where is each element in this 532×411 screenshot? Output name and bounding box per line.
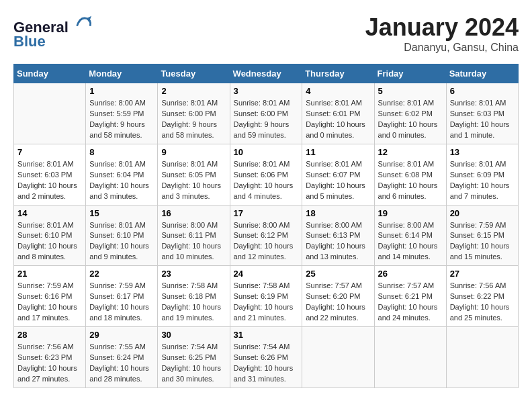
day-number: 22 <box>89 269 154 279</box>
daylight-text: Daylight: 10 hours and 8 minutes. <box>17 242 77 261</box>
sunset-text: Sunset: 6:12 PM <box>234 231 288 239</box>
logo: General Blue <box>13 13 93 50</box>
daylight-text: Daylight: 10 hours and 1 minute. <box>450 120 510 139</box>
daylight-text: Daylight: 10 hours and 4 minutes. <box>234 181 294 200</box>
daylight-text: Daylight: 10 hours and 2 minutes. <box>17 181 77 200</box>
sunrise-text: Sunrise: 8:00 AM <box>89 99 146 107</box>
sunrise-text: Sunrise: 7:59 AM <box>17 281 74 289</box>
calendar-cell: 16Sunrise: 8:00 AMSunset: 6:11 PMDayligh… <box>158 205 230 266</box>
cell-content: Sunrise: 7:59 AMSunset: 6:16 PMDaylight:… <box>17 281 82 324</box>
day-number: 4 <box>306 86 370 96</box>
daylight-text: Daylight: 10 hours and 17 minutes. <box>17 303 77 322</box>
daylight-text: Daylight: 10 hours and 12 minutes. <box>234 242 294 261</box>
day-number: 2 <box>161 86 226 96</box>
sunrise-text: Sunrise: 8:01 AM <box>17 160 74 168</box>
cell-content: Sunrise: 8:01 AMSunset: 6:03 PMDaylight:… <box>450 98 515 141</box>
calendar-cell: 12Sunrise: 8:01 AMSunset: 6:08 PMDayligh… <box>374 144 446 205</box>
daylight-text: Daylight: 10 hours and 10 minutes. <box>161 242 221 261</box>
calendar-cell: 22Sunrise: 7:59 AMSunset: 6:17 PMDayligh… <box>86 266 158 327</box>
cell-content: Sunrise: 8:01 AMSunset: 6:06 PMDaylight:… <box>234 159 299 202</box>
day-number: 16 <box>161 208 226 218</box>
cell-content: Sunrise: 8:01 AMSunset: 6:10 PMDaylight:… <box>89 220 154 263</box>
day-number: 26 <box>378 269 443 279</box>
calendar-cell: 18Sunrise: 8:00 AMSunset: 6:13 PMDayligh… <box>302 205 374 266</box>
calendar-cell: 15Sunrise: 8:01 AMSunset: 6:10 PMDayligh… <box>86 205 158 266</box>
daylight-text: Daylight: 10 hours and 21 minutes. <box>234 303 294 322</box>
sunset-text: Sunset: 6:19 PM <box>234 292 288 300</box>
cell-content: Sunrise: 8:00 AMSunset: 6:13 PMDaylight:… <box>306 220 370 263</box>
title-block: January 2024 Dananyu, Gansu, China <box>365 13 519 54</box>
sunrise-text: Sunrise: 8:01 AM <box>17 221 74 229</box>
cell-content: Sunrise: 7:58 AMSunset: 6:18 PMDaylight:… <box>161 281 226 324</box>
sunset-text: Sunset: 6:03 PM <box>450 109 504 118</box>
calendar-table: SundayMondayTuesdayWednesdayThursdayFrid… <box>13 64 519 388</box>
cell-content: Sunrise: 8:00 AMSunset: 5:59 PMDaylight:… <box>89 98 154 141</box>
daylight-text: Daylight: 10 hours and 7 minutes. <box>450 181 510 200</box>
calendar-cell <box>374 327 446 388</box>
sunrise-text: Sunrise: 7:59 AM <box>89 281 146 289</box>
cell-content: Sunrise: 7:59 AMSunset: 6:15 PMDaylight:… <box>450 220 515 263</box>
calendar-cell <box>302 327 374 388</box>
cell-content: Sunrise: 8:01 AMSunset: 6:10 PMDaylight:… <box>17 220 82 263</box>
sunrise-text: Sunrise: 7:55 AM <box>89 342 146 351</box>
sunrise-text: Sunrise: 8:01 AM <box>306 99 362 107</box>
day-number: 24 <box>234 269 299 279</box>
daylight-text: Daylight: 9 hours and 59 minutes. <box>234 120 290 139</box>
calendar-cell: 10Sunrise: 8:01 AMSunset: 6:06 PMDayligh… <box>230 144 302 205</box>
sunset-text: Sunset: 6:06 PM <box>234 171 288 179</box>
cell-content: Sunrise: 8:01 AMSunset: 6:08 PMDaylight:… <box>378 159 443 202</box>
sunset-text: Sunset: 6:14 PM <box>378 231 433 239</box>
day-number: 27 <box>450 269 515 279</box>
day-number: 20 <box>450 208 515 218</box>
sunrise-text: Sunrise: 7:57 AM <box>306 281 362 289</box>
sunrise-text: Sunrise: 8:01 AM <box>450 99 506 107</box>
calendar-cell: 31Sunrise: 7:54 AMSunset: 6:26 PMDayligh… <box>230 327 302 388</box>
sunrise-text: Sunrise: 8:01 AM <box>306 160 362 168</box>
calendar-cell: 17Sunrise: 8:00 AMSunset: 6:12 PMDayligh… <box>230 205 302 266</box>
sunset-text: Sunset: 6:08 PM <box>378 171 433 179</box>
day-number: 17 <box>234 208 299 218</box>
sunset-text: Sunset: 6:17 PM <box>89 292 144 300</box>
sunset-text: Sunset: 5:59 PM <box>89 109 144 118</box>
calendar-cell: 14Sunrise: 8:01 AMSunset: 6:10 PMDayligh… <box>14 205 86 266</box>
sunset-text: Sunset: 6:00 PM <box>161 109 216 118</box>
daylight-text: Daylight: 10 hours and 30 minutes. <box>161 364 221 383</box>
cell-content: Sunrise: 7:58 AMSunset: 6:19 PMDaylight:… <box>234 281 299 324</box>
sunset-text: Sunset: 6:23 PM <box>17 353 72 361</box>
sunrise-text: Sunrise: 8:01 AM <box>234 99 290 107</box>
cell-content: Sunrise: 7:56 AMSunset: 6:22 PMDaylight:… <box>450 281 515 324</box>
daylight-text: Daylight: 10 hours and 3 minutes. <box>161 181 221 200</box>
calendar-cell <box>446 327 518 388</box>
sunrise-text: Sunrise: 7:58 AM <box>234 281 290 289</box>
day-number: 11 <box>306 147 370 157</box>
sunrise-text: Sunrise: 7:59 AM <box>450 221 506 229</box>
calendar-cell: 6Sunrise: 8:01 AMSunset: 6:03 PMDaylight… <box>446 83 518 144</box>
daylight-text: Daylight: 10 hours and 14 minutes. <box>378 242 438 261</box>
calendar-cell: 1Sunrise: 8:00 AMSunset: 5:59 PMDaylight… <box>86 83 158 144</box>
header-sunday: Sunday <box>14 64 86 83</box>
sunset-text: Sunset: 6:02 PM <box>378 109 433 118</box>
day-number: 3 <box>234 86 299 96</box>
calendar-cell: 29Sunrise: 7:55 AMSunset: 6:24 PMDayligh… <box>86 327 158 388</box>
sunrise-text: Sunrise: 7:54 AM <box>161 342 218 351</box>
sunset-text: Sunset: 6:01 PM <box>306 109 360 118</box>
daylight-text: Daylight: 10 hours and 22 minutes. <box>306 303 365 322</box>
location-subtitle: Dananyu, Gansu, China <box>365 42 519 54</box>
sunset-text: Sunset: 6:09 PM <box>450 171 504 179</box>
day-number: 13 <box>450 147 515 157</box>
calendar-cell <box>14 83 86 144</box>
logo-icon <box>74 13 93 32</box>
sunrise-text: Sunrise: 8:01 AM <box>89 221 146 229</box>
header-wednesday: Wednesday <box>230 64 302 83</box>
cell-content: Sunrise: 8:00 AMSunset: 6:14 PMDaylight:… <box>378 220 443 263</box>
sunrise-text: Sunrise: 8:01 AM <box>161 99 218 107</box>
header-row: SundayMondayTuesdayWednesdayThursdayFrid… <box>14 64 519 83</box>
week-row-2: 7Sunrise: 8:01 AMSunset: 6:03 PMDaylight… <box>14 144 519 205</box>
header-saturday: Saturday <box>446 64 518 83</box>
daylight-text: Daylight: 10 hours and 27 minutes. <box>17 364 77 383</box>
day-number: 8 <box>89 147 154 157</box>
sunset-text: Sunset: 6:11 PM <box>161 231 216 239</box>
sunrise-text: Sunrise: 8:01 AM <box>161 160 218 168</box>
cell-content: Sunrise: 8:01 AMSunset: 6:05 PMDaylight:… <box>161 159 226 202</box>
sunset-text: Sunset: 6:00 PM <box>234 109 288 118</box>
